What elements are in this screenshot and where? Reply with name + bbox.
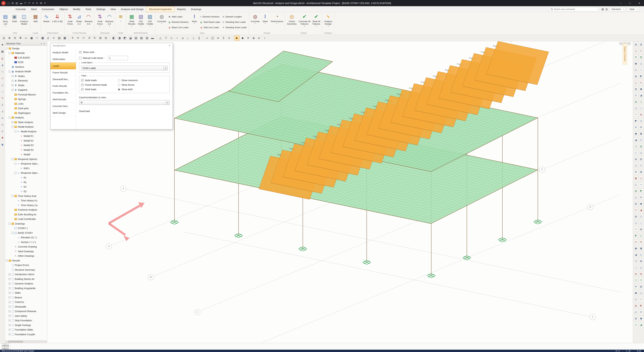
- rail-tool-icon[interactable]: ⊟: [639, 80, 643, 84]
- rail-tool-icon[interactable]: ⊞: [639, 125, 643, 129]
- rail-tool-icon[interactable]: ≡: [639, 297, 643, 301]
- chevron-down-icon[interactable]: ▾: [166, 100, 170, 105]
- tree-item-c25-b420c[interactable]: C25 B420C: [5, 55, 47, 60]
- toolbar-icon-20[interactable]: ⊟: [103, 36, 108, 40]
- search-dropdown-icon[interactable]: ▾: [597, 8, 598, 10]
- ribbon-button-moment-3-3[interactable]: ◠Moment3-3: [84, 12, 94, 31]
- ribbon-button-solid[interactable]: ▣Solid: [10, 12, 19, 31]
- tree-item-drawings[interactable]: −Drawings: [5, 221, 47, 226]
- rail-tool-icon[interactable]: ◩: [639, 189, 643, 193]
- tree-item-static-analysis[interactable]: +Static Analysis: [5, 120, 47, 124]
- dialog-nav-shell-results[interactable]: Shell Results: [50, 96, 76, 103]
- tree-item-base-story[interactable]: −BASE STORY: [5, 230, 47, 235]
- rail-tool-icon[interactable]: ▢: [634, 150, 638, 154]
- ribbon-item-beam-live-loads[interactable]: qBeam Live Loads: [168, 25, 188, 30]
- toolbar-icon-24[interactable]: ◩: [122, 36, 127, 40]
- tree-expander[interactable]: +: [12, 121, 14, 123]
- toolbar-icon-3[interactable]: ⊖: [12, 36, 18, 40]
- tree-item-project-errors[interactable]: Project Errors: [5, 263, 47, 268]
- toolbar-icon-8[interactable]: ▩: [40, 36, 45, 40]
- rail-tool-icon[interactable]: ▥: [634, 87, 638, 91]
- tree-item-compound-shearwa[interactable]: +Compound Shearwa: [5, 309, 47, 314]
- load-types-dropdown[interactable]: Purlin Loads ▾: [81, 66, 168, 70]
- tree-item-elevation-g1[interactable]: ▱Elevation G1 / (: [5, 235, 47, 240]
- tree-item-analysis-model[interactable]: −▦Analysis Model: [5, 69, 47, 74]
- dialog-nav-purlin-results[interactable]: Purlin Results: [50, 83, 76, 90]
- tree-item-other-drawings[interactable]: ✎Other Drawings: [5, 254, 47, 258]
- quick-access-icon-5[interactable]: ↶: [24, 2, 26, 5]
- minimize-button[interactable]: ─: [616, 0, 625, 6]
- tree-expander[interactable]: −: [12, 195, 14, 197]
- ribbon-button-as2-visible[interactable]: ▨AS2Visible▾: [146, 12, 154, 31]
- rail-tool-icon[interactable]: ◳: [634, 259, 638, 263]
- side-tool-icon-15[interactable]: ✱: [1, 136, 4, 139]
- tree-item-nodes[interactable]: +Nodes: [5, 74, 47, 78]
- toolbar-icon-50[interactable]: ▸: [257, 36, 262, 40]
- side-tool-icon-16[interactable]: ◉: [1, 143, 4, 146]
- scrollbar-thumb[interactable]: [8, 341, 23, 342]
- ribbon-button-axial-force[interactable]: ⇅AxialForce: [66, 12, 74, 31]
- tree-expander[interactable]: −: [8, 52, 11, 54]
- tree-item-columns[interactable]: +Columns: [5, 300, 47, 304]
- rail-tool-icon[interactable]: ◩: [639, 74, 643, 78]
- rail-tool-icon[interactable]: ▨: [639, 55, 643, 59]
- rail-tool-icon[interactable]: ⊡: [634, 208, 638, 212]
- rail-tool-icon[interactable]: ▨: [634, 214, 638, 218]
- tree-horizontal-scrollbar[interactable]: ◄ ►: [5, 340, 47, 343]
- quick-access-icon-7[interactable]: ↺: [32, 2, 34, 5]
- manual-scale-input[interactable]: [108, 56, 128, 60]
- maximize-button[interactable]: □: [625, 0, 634, 6]
- rail-tool-icon[interactable]: ⊡: [639, 278, 643, 282]
- rail-tool-icon[interactable]: ◫: [639, 234, 643, 238]
- tree-item-response-spectru[interactable]: −Response Spectru: [5, 157, 47, 162]
- rail-tool-icon[interactable]: ▨: [634, 100, 638, 104]
- side-tool-icon-9[interactable]: ✎: [1, 96, 4, 100]
- report-preview-tab[interactable]: Report Preview: [623, 43, 627, 64]
- toolbar-icon-10[interactable]: ≡: [51, 36, 56, 40]
- tree-item-links[interactable]: Links: [5, 102, 47, 106]
- rail-tool-icon[interactable]: ▢: [639, 106, 643, 110]
- menu-toolbar-icon-2[interactable]: ▥: [606, 8, 608, 11]
- menu-item-view[interactable]: View: [108, 6, 118, 12]
- rail-tool-icon[interactable]: ⊟: [639, 195, 643, 199]
- rail-tool-icon[interactable]: ▥: [639, 272, 643, 276]
- rail-tool-icon[interactable]: ▧: [639, 144, 643, 148]
- menu-item-analysis-and-design[interactable]: Analysis and Design: [118, 6, 146, 12]
- tree-item-dynamic-analysis[interactable]: +Dynamic Analysis: [5, 282, 47, 286]
- command-search-box[interactable]: ▾: [549, 7, 600, 12]
- filter-check-shell-loads[interactable]: Shell loads: [81, 88, 107, 91]
- tree-item-strip-foundation[interactable]: +Strip Foundation: [5, 318, 47, 323]
- ribbon-item-slab-dead-loads[interactable]: gSlab Dead Loads: [200, 20, 220, 24]
- filter-radio-show-forces[interactable]: Show forces: [118, 84, 138, 86]
- toolbar-icon-41[interactable]: ◫: [210, 36, 215, 40]
- rail-tool-icon[interactable]: ◰: [634, 182, 638, 186]
- menu-item-modify[interactable]: Modify: [70, 6, 83, 12]
- tree-expander[interactable]: +: [8, 278, 11, 280]
- rail-tool-icon[interactable]: ▣: [634, 132, 638, 136]
- dialog-nav-shearwall-res[interactable]: Shearwall Res...: [50, 76, 76, 83]
- tree-item-shearwalls[interactable]: +Shearwalls: [5, 304, 47, 309]
- tree-expander[interactable]: −: [6, 260, 8, 262]
- tree-item-modal-e2[interactable]: ϟModal E2: [5, 138, 47, 143]
- tree-expander[interactable]: +: [8, 287, 11, 289]
- scroll-left-icon[interactable]: ◄: [5, 341, 8, 342]
- filter-radio-show-moments[interactable]: Show moments: [118, 79, 138, 82]
- side-tool-icon-2[interactable]: ▩: [1, 50, 4, 53]
- manual-scale-checkbox[interactable]: [79, 57, 82, 59]
- rail-tool-icon[interactable]: ▤: [634, 272, 638, 276]
- rail-tool-icon[interactable]: ≡: [634, 227, 638, 231]
- tree-item-shells[interactable]: +Shells: [5, 83, 47, 88]
- tree-item-rsf1[interactable]: ∿RSF1: [5, 166, 47, 171]
- quick-access-icon-3[interactable]: ▤: [16, 2, 18, 5]
- rail-tool-icon[interactable]: ▧: [634, 74, 638, 78]
- ribbon-button-design-concrete[interactable]: ◍Concrete▾: [250, 12, 261, 31]
- toolbar-icon-46[interactable]: ▶: [234, 36, 240, 40]
- status-zoom[interactable]: % 32: [634, 350, 644, 352]
- quick-access-icon-10[interactable]: ✎: [44, 2, 46, 5]
- dialog-nav-steel-design[interactable]: Steel Design: [50, 110, 76, 116]
- status-units[interactable]: tf / m: [612, 350, 623, 352]
- radio-icon[interactable]: [118, 88, 120, 91]
- ribbon-button-input-concrete[interactable]: ◍Concrete▾: [156, 12, 167, 31]
- rail-tool-icon[interactable]: ◩: [634, 119, 638, 123]
- tree-expander[interactable]: +: [12, 75, 14, 77]
